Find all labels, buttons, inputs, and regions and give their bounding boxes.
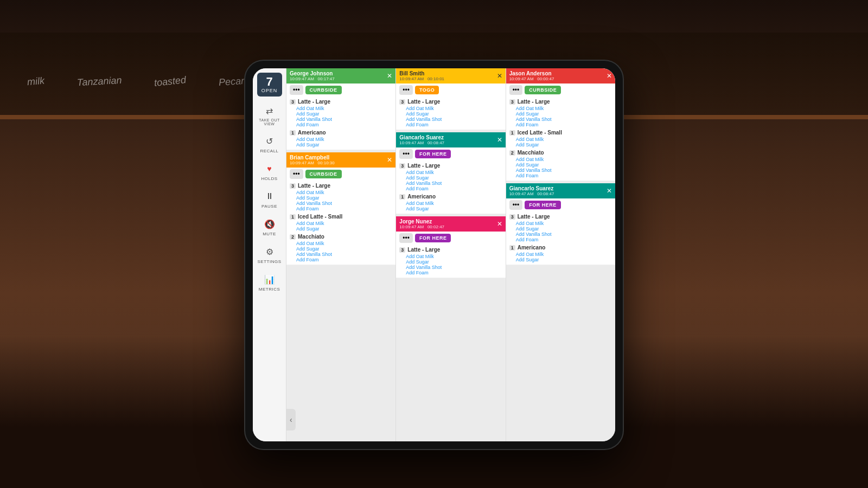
order-badge-forhere-jorge[interactable]: FOR HERE <box>415 234 451 242</box>
order-badge-forhere-giancarlo2[interactable]: FOR HERE <box>525 201 561 209</box>
chalk-word: Tanzanian <box>77 75 122 88</box>
item-modifier: Add Oat Milk <box>509 221 612 226</box>
item-modifier: Add Oat Milk <box>509 137 612 142</box>
metrics-icon: 📊 <box>263 273 276 286</box>
item-num: 3 <box>399 247 405 253</box>
order-more-giancarlo1[interactable]: ••• <box>399 149 413 159</box>
holds-label: HOLDS <box>261 176 277 181</box>
item-modifier: Add Oat Milk <box>509 106 612 111</box>
order-time-bill: 10:09:47 AM 00:10:01 <box>399 76 444 81</box>
item-modifier: Add Oat Milk <box>399 201 502 206</box>
item-row: 1 Iced Latte - Small <box>290 214 392 220</box>
order-close-brian[interactable]: ✕ <box>387 156 392 164</box>
order-badge-curbside-1[interactable]: CURBSIDE <box>305 86 342 94</box>
order-time-giancarlo2: 10:09:47 AM 00:08:47 <box>509 191 554 196</box>
item-modifier: Add Foam <box>509 173 612 178</box>
item-modifier: Add Vanilla Shot <box>509 117 612 122</box>
order-more-1[interactable]: ••• <box>290 85 303 95</box>
orders-area: George Johnson 10:09:47 AM 00:17:47 ✕ ••… <box>286 68 615 441</box>
item-name: Americano <box>518 245 546 251</box>
order-badge-curbside-jason[interactable]: CURBSIDE <box>525 86 561 94</box>
order-header-jorge: Jorge Nunez 10:09:47 AM 00:02:47 ✕ <box>396 216 505 232</box>
order-items-giancarlo2: 3 Latte - Large Add Oat Milk Add Sugar A… <box>506 211 615 265</box>
order-items-bill: 3 Latte - Large Add Oat Milk Add Sugar A… <box>396 97 505 130</box>
item-modifier: Add Oat Milk <box>509 157 612 162</box>
item-name: Iced Latte - Small <box>298 214 342 220</box>
item-num: 3 <box>399 99 405 105</box>
order-badge-forhere-giancarlo1[interactable]: FOR HERE <box>415 150 451 158</box>
order-time-jason: 10:09:47 AM 00:00:47 <box>509 76 554 81</box>
item-modifier: Add Sugar <box>290 142 392 147</box>
item-num: 3 <box>399 163 405 169</box>
item-row: 2 Macchiato <box>290 234 392 240</box>
item-modifier: Add Oat Milk <box>290 221 392 226</box>
sidebar: 7 OPEN ⇄ TAKE OUTVIEW ↺ RECALL ♥ HOLDS ⏸… <box>253 68 286 441</box>
item-num: 2 <box>290 234 296 240</box>
pause-icon: ⏸ <box>263 190 276 203</box>
open-count-badge: 7 OPEN <box>257 73 282 97</box>
order-time-1: 10:09:47 AM 00:17:47 <box>290 76 335 81</box>
item-modifier: Add Vanilla Shot <box>399 265 502 270</box>
order-close-1[interactable]: ✕ <box>387 72 392 80</box>
item-name: Latte - Large <box>518 214 550 220</box>
order-close-bill[interactable]: ✕ <box>497 72 502 80</box>
order-more-jason[interactable]: ••• <box>509 85 523 95</box>
sidebar-item-metrics[interactable]: 📊 METRICS <box>253 269 286 295</box>
item-modifier: Add Foam <box>509 122 612 127</box>
sidebar-item-holds[interactable]: ♥ HOLDS <box>253 159 286 184</box>
order-actions-giancarlo2: ••• FOR HERE <box>506 198 615 211</box>
item-name: Latte - Large <box>407 247 440 253</box>
item-name: Latte - Large <box>298 99 330 105</box>
order-badge-togo-bill[interactable]: TOGO <box>415 86 439 94</box>
item-num: 3 <box>509 214 515 220</box>
item-modifier: Add Sugar <box>399 259 502 265</box>
takeout-icon: ⇄ <box>263 104 276 117</box>
item-row: 1 Americano <box>399 194 502 200</box>
order-close-giancarlo1[interactable]: ✕ <box>497 136 502 144</box>
item-modifier: Add Foam <box>290 206 392 211</box>
sidebar-item-pause[interactable]: ⏸ PAUSE <box>253 187 286 212</box>
order-customer-bill: Bill Smith <box>399 70 444 76</box>
item-name: Latte - Large <box>407 99 440 105</box>
item-modifier: Add Foam <box>399 186 502 191</box>
item-modifier: Add Vanilla Shot <box>290 201 392 206</box>
item-modifier: Add Oat Milk <box>290 241 392 246</box>
item-modifier: Add Sugar <box>399 206 502 211</box>
item-row: 3 Latte - Large <box>399 247 502 253</box>
item-modifier: Add Vanilla Shot <box>399 181 502 186</box>
order-actions-jason: ••• CURBSIDE <box>506 84 615 97</box>
order-customer-jorge: Jorge Nunez <box>399 219 444 224</box>
sidebar-item-recall[interactable]: ↺ RECALL <box>253 131 286 157</box>
item-num: 1 <box>290 214 296 220</box>
item-num: 1 <box>290 130 296 136</box>
order-items-giancarlo1: 3 Latte - Large Add Oat Milk Add Sugar A… <box>396 160 505 214</box>
order-more-bill[interactable]: ••• <box>399 85 413 95</box>
order-close-jason[interactable]: ✕ <box>607 72 612 80</box>
sidebar-item-mute[interactable]: 🔇 MUTE <box>253 214 286 240</box>
item-modifier: Add Sugar <box>290 195 392 201</box>
item-modifier: Add Sugar <box>509 226 612 232</box>
order-close-jorge[interactable]: ✕ <box>497 220 502 228</box>
item-num: 1 <box>509 130 515 136</box>
sidebar-item-settings[interactable]: ⚙ SETTINGS <box>253 242 286 267</box>
order-more-brian[interactable]: ••• <box>290 169 303 179</box>
item-row: 3 Latte - Large <box>290 183 392 189</box>
sidebar-item-takeout[interactable]: ⇄ TAKE OUTVIEW <box>253 101 286 129</box>
item-num: 1 <box>399 194 405 200</box>
order-more-giancarlo2[interactable]: ••• <box>509 200 523 210</box>
holds-icon: ♥ <box>263 162 276 175</box>
order-badge-curbside-brian[interactable]: CURBSIDE <box>305 170 342 178</box>
item-modifier: Add Foam <box>399 122 502 127</box>
order-actions-giancarlo1: ••• FOR HERE <box>396 147 505 160</box>
item-row: 3 Latte - Large <box>509 99 612 105</box>
item-row: 3 Latte - Large <box>399 99 502 105</box>
item-name: Americano <box>407 194 436 200</box>
item-modifier: Add Foam <box>290 122 392 127</box>
collapse-sidebar-button[interactable]: ‹ <box>286 409 296 431</box>
item-row: 1 Iced Latte - Small <box>509 130 612 136</box>
item-modifier: Add Sugar <box>509 142 612 147</box>
item-name: Americano <box>298 130 326 136</box>
order-close-giancarlo2[interactable]: ✕ <box>607 187 612 195</box>
item-modifier: Add Vanilla Shot <box>399 117 502 122</box>
order-more-jorge[interactable]: ••• <box>399 233 413 243</box>
